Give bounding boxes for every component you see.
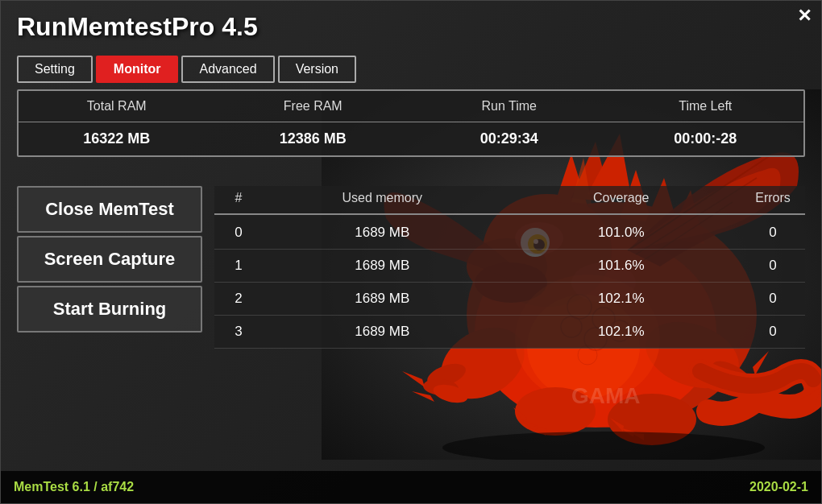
table-row: 2 1689 MB 102.1% 0 [214, 283, 805, 316]
mem-used-1: 1689 MB [263, 256, 502, 275]
tab-advanced[interactable]: Advanced [181, 56, 274, 83]
value-run-time: 00:29:34 [411, 122, 608, 155]
mem-index-1: 1 [214, 256, 263, 275]
tab-setting[interactable]: Setting [17, 56, 93, 83]
mem-header-index: # [214, 186, 263, 210]
memory-table: # Used memory Coverage Errors 0 1689 MB … [214, 186, 805, 349]
mem-errors-0: 0 [741, 223, 805, 242]
memory-header-row: # Used memory Coverage Errors [214, 186, 805, 215]
value-total-ram: 16322 MB [19, 122, 215, 155]
header-total-ram: Total RAM [19, 91, 215, 122]
header-free-ram: Free RAM [215, 91, 412, 122]
screen-capture-button[interactable]: Screen Capture [17, 236, 202, 283]
stats-header-row: Total RAM Free RAM Run Time Time Left [19, 91, 803, 122]
mem-header-errors: Errors [741, 186, 805, 210]
tab-version[interactable]: Version [278, 56, 356, 83]
footer: MemTest 6.1 / af742 2020-02-1 [1, 471, 821, 503]
mem-used-3: 1689 MB [263, 322, 502, 341]
table-row: 0 1689 MB 101.0% 0 [214, 217, 805, 250]
mem-used-0: 1689 MB [263, 223, 502, 242]
svg-text:GAMA: GAMA [571, 383, 641, 408]
table-row: 1 1689 MB 101.6% 0 [214, 250, 805, 283]
action-buttons: Close MemTest Screen Capture Start Burni… [17, 186, 202, 333]
mem-index-0: 0 [214, 223, 263, 242]
footer-right-text: 2020-02-1 [749, 480, 808, 494]
close-button[interactable]: ✕ [797, 7, 812, 25]
mem-header-used: Used memory [263, 186, 502, 210]
value-free-ram: 12386 MB [215, 122, 412, 155]
tab-monitor[interactable]: Monitor [96, 56, 179, 83]
start-burning-button[interactable]: Start Burning [17, 286, 202, 333]
header-time-left: Time Left [608, 91, 804, 122]
mem-coverage-0: 101.0% [502, 223, 741, 242]
mem-header-coverage: Coverage [502, 186, 741, 210]
header-run-time: Run Time [411, 91, 608, 122]
mem-errors-3: 0 [741, 322, 805, 341]
app-title: RunMemtestPro 4.5 [17, 12, 258, 42]
close-memtest-button[interactable]: Close MemTest [17, 186, 202, 233]
mem-coverage-2: 102.1% [502, 289, 741, 308]
mem-coverage-1: 101.6% [502, 256, 741, 275]
table-row: 3 1689 MB 102.1% 0 [214, 316, 805, 349]
stats-table: Total RAM Free RAM Run Time Time Left 16… [17, 89, 805, 157]
mem-coverage-3: 102.1% [502, 322, 741, 341]
mem-index-2: 2 [214, 289, 263, 308]
mem-used-2: 1689 MB [263, 289, 502, 308]
footer-left-text: MemTest 6.1 / af742 [14, 480, 134, 494]
stats-data-row: 16322 MB 12386 MB 00:29:34 00:00:-28 [19, 122, 803, 155]
tabs-container: Setting Monitor Advanced Version [17, 56, 356, 83]
app-window: GAMA ✕ RunMemtestPro 4.5 Setting Monitor… [0, 0, 822, 504]
value-time-left: 00:00:-28 [608, 122, 804, 155]
mem-index-3: 3 [214, 322, 263, 341]
mem-errors-1: 0 [741, 256, 805, 275]
mem-errors-2: 0 [741, 289, 805, 308]
